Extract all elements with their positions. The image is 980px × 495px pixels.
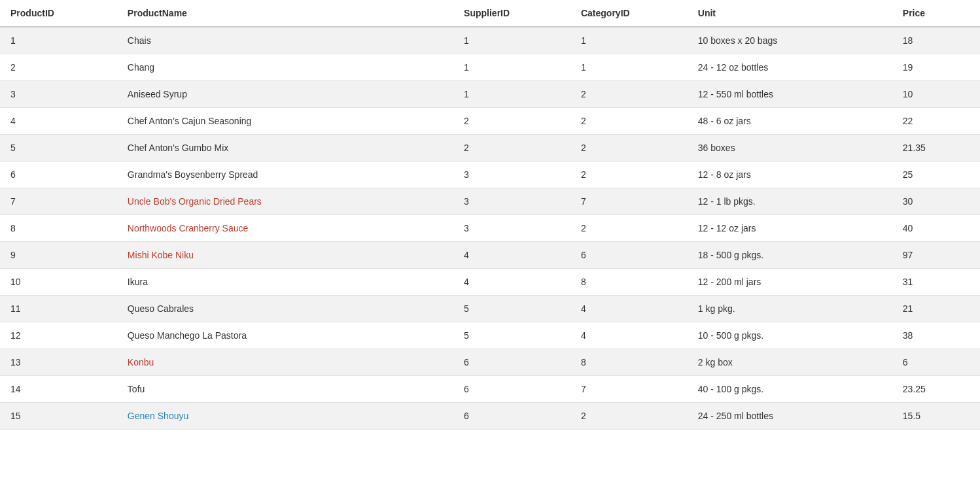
cell-product-name[interactable]: Genen Shouyu bbox=[117, 403, 453, 430]
cell-product-id: 6 bbox=[0, 162, 117, 188]
cell-product-name: Aniseed Syrup bbox=[117, 81, 453, 108]
cell-product-name[interactable]: Northwoods Cranberry Sauce bbox=[117, 215, 453, 242]
cell-product-id: 7 bbox=[0, 188, 117, 215]
col-header-product-id: ProductID bbox=[0, 0, 117, 27]
cell-product-name: Queso Cabrales bbox=[117, 296, 453, 322]
cell-price: 30 bbox=[892, 188, 980, 215]
cell-product-id: 8 bbox=[0, 215, 117, 242]
cell-price: 21 bbox=[892, 296, 980, 322]
cell-product-id: 2 bbox=[0, 54, 117, 81]
cell-supplier-id: 1 bbox=[453, 27, 570, 54]
cell-product-name[interactable]: Mishi Kobe Niku bbox=[117, 242, 453, 269]
cell-product-name: Ikura bbox=[117, 269, 453, 296]
cell-product-id: 5 bbox=[0, 135, 117, 162]
cell-price: 40 bbox=[892, 215, 980, 242]
cell-category-id: 2 bbox=[570, 108, 688, 135]
cell-price: 10 bbox=[892, 81, 980, 108]
table-row: 12Queso Manchego La Pastora5410 - 500 g … bbox=[0, 322, 980, 349]
col-header-product-name: ProductName bbox=[117, 0, 453, 27]
cell-unit: 12 - 1 lb pkgs. bbox=[688, 188, 892, 215]
cell-supplier-id: 1 bbox=[453, 54, 570, 81]
table-row: 15Genen Shouyu6224 - 250 ml bottles15.5 bbox=[0, 403, 980, 430]
cell-category-id: 4 bbox=[570, 322, 688, 349]
col-header-price: Price bbox=[892, 0, 980, 27]
cell-price: 21.35 bbox=[892, 135, 980, 162]
table-row: 5Chef Anton's Gumbo Mix2236 boxes21.35 bbox=[0, 135, 980, 162]
cell-unit: 10 - 500 g pkgs. bbox=[688, 322, 892, 349]
cell-unit: 10 boxes x 20 bags bbox=[688, 27, 892, 54]
table-row: 8Northwoods Cranberry Sauce3212 - 12 oz … bbox=[0, 215, 980, 242]
cell-price: 25 bbox=[892, 162, 980, 188]
col-header-category-id: CategoryID bbox=[570, 0, 688, 27]
cell-unit: 24 - 12 oz bottles bbox=[688, 54, 892, 81]
cell-supplier-id: 4 bbox=[453, 242, 570, 269]
cell-unit: 40 - 100 g pkgs. bbox=[688, 376, 892, 403]
cell-unit: 12 - 8 oz jars bbox=[688, 162, 892, 188]
cell-product-name[interactable]: Konbu bbox=[117, 349, 453, 376]
cell-price: 6 bbox=[892, 349, 980, 376]
cell-product-name: Chang bbox=[117, 54, 453, 81]
cell-supplier-id: 5 bbox=[453, 322, 570, 349]
cell-price: 38 bbox=[892, 322, 980, 349]
cell-product-id: 11 bbox=[0, 296, 117, 322]
products-table: ProductID ProductName SupplierID Categor… bbox=[0, 0, 980, 430]
cell-unit: 36 boxes bbox=[688, 135, 892, 162]
cell-supplier-id: 6 bbox=[453, 349, 570, 376]
product-name-link[interactable]: Konbu bbox=[128, 357, 154, 367]
product-name-link[interactable]: Uncle Bob's Organic Dried Pears bbox=[128, 196, 262, 207]
cell-supplier-id: 2 bbox=[453, 108, 570, 135]
table-row: 1Chais1110 boxes x 20 bags18 bbox=[0, 27, 980, 54]
cell-unit: 12 - 12 oz jars bbox=[688, 215, 892, 242]
product-name-link[interactable]: Northwoods Cranberry Sauce bbox=[128, 223, 248, 233]
cell-price: 22 bbox=[892, 108, 980, 135]
cell-price: 23.25 bbox=[892, 376, 980, 403]
cell-category-id: 7 bbox=[570, 376, 688, 403]
cell-supplier-id: 4 bbox=[453, 269, 570, 296]
cell-category-id: 4 bbox=[570, 296, 688, 322]
cell-price: 31 bbox=[892, 269, 980, 296]
cell-category-id: 1 bbox=[570, 27, 688, 54]
cell-price: 18 bbox=[892, 27, 980, 54]
cell-category-id: 8 bbox=[570, 349, 688, 376]
cell-price: 15.5 bbox=[892, 403, 980, 430]
cell-product-name: Chef Anton's Gumbo Mix bbox=[117, 135, 453, 162]
table-row: 4Chef Anton's Cajun Seasoning2248 - 6 oz… bbox=[0, 108, 980, 135]
table-row: 2Chang1124 - 12 oz bottles19 bbox=[0, 54, 980, 81]
cell-unit: 2 kg box bbox=[688, 349, 892, 376]
cell-category-id: 2 bbox=[570, 81, 688, 108]
table-row: 10Ikura4812 - 200 ml jars31 bbox=[0, 269, 980, 296]
cell-unit: 12 - 200 ml jars bbox=[688, 269, 892, 296]
cell-product-id: 1 bbox=[0, 27, 117, 54]
cell-unit: 18 - 500 g pkgs. bbox=[688, 242, 892, 269]
cell-product-id: 3 bbox=[0, 81, 117, 108]
table-container: ProductID ProductName SupplierID Categor… bbox=[0, 0, 980, 495]
cell-product-name: Grandma's Boysenberry Spread bbox=[117, 162, 453, 188]
cell-unit: 48 - 6 oz jars bbox=[688, 108, 892, 135]
product-name-link[interactable]: Genen Shouyu bbox=[128, 411, 188, 421]
cell-supplier-id: 6 bbox=[453, 376, 570, 403]
table-row: 3Aniseed Syrup1212 - 550 ml bottles10 bbox=[0, 81, 980, 108]
cell-supplier-id: 3 bbox=[453, 215, 570, 242]
cell-product-id: 14 bbox=[0, 376, 117, 403]
cell-product-id: 10 bbox=[0, 269, 117, 296]
cell-category-id: 7 bbox=[570, 188, 688, 215]
cell-product-name: Tofu bbox=[117, 376, 453, 403]
table-row: 7Uncle Bob's Organic Dried Pears3712 - 1… bbox=[0, 188, 980, 215]
cell-product-name[interactable]: Uncle Bob's Organic Dried Pears bbox=[117, 188, 453, 215]
cell-supplier-id: 2 bbox=[453, 135, 570, 162]
cell-product-id: 13 bbox=[0, 349, 117, 376]
cell-product-name: Chais bbox=[117, 27, 453, 54]
product-name-link[interactable]: Mishi Kobe Niku bbox=[128, 250, 194, 260]
table-row: 11Queso Cabrales541 kg pkg.21 bbox=[0, 296, 980, 322]
cell-category-id: 2 bbox=[570, 403, 688, 430]
table-row: 6Grandma's Boysenberry Spread3212 - 8 oz… bbox=[0, 162, 980, 188]
cell-supplier-id: 3 bbox=[453, 162, 570, 188]
cell-product-id: 15 bbox=[0, 403, 117, 430]
cell-product-name: Queso Manchego La Pastora bbox=[117, 322, 453, 349]
cell-supplier-id: 1 bbox=[453, 81, 570, 108]
cell-product-id: 12 bbox=[0, 322, 117, 349]
table-row: 9Mishi Kobe Niku4618 - 500 g pkgs.97 bbox=[0, 242, 980, 269]
cell-supplier-id: 6 bbox=[453, 403, 570, 430]
cell-unit: 1 kg pkg. bbox=[688, 296, 892, 322]
table-body: 1Chais1110 boxes x 20 bags182Chang1124 -… bbox=[0, 27, 980, 430]
